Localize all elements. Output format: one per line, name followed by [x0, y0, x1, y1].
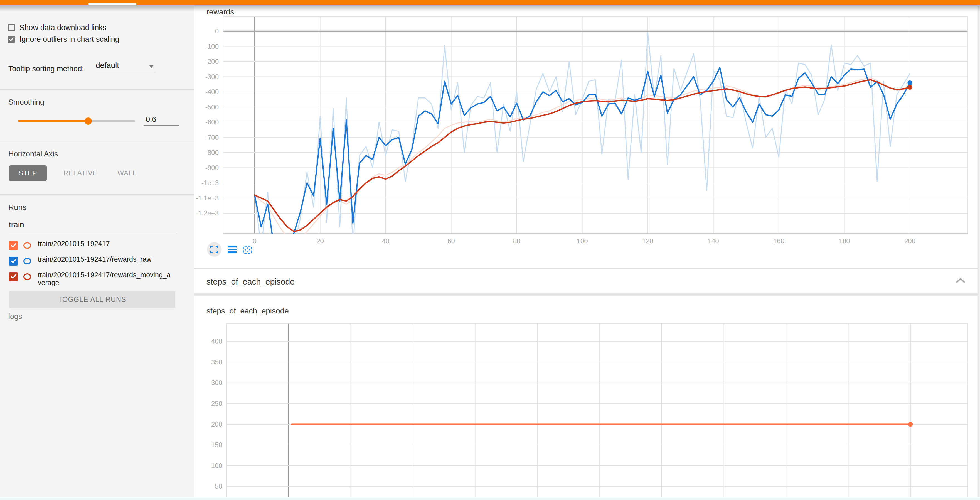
svg-text:-300: -300 — [205, 73, 219, 80]
chart-toolbar — [207, 242, 252, 257]
svg-text:-700: -700 — [205, 134, 219, 141]
checkbox-unchecked-icon[interactable] — [8, 24, 15, 31]
svg-text:80: 80 — [513, 237, 520, 245]
run-color-circle-icon — [23, 273, 31, 280]
window-bottom-edge — [0, 497, 980, 500]
svg-text:120: 120 — [642, 237, 653, 245]
svg-text:40: 40 — [382, 237, 390, 245]
axis-option-step[interactable]: STEP — [9, 166, 47, 181]
steps-chart-plot[interactable]: 40035030025020015010050 — [194, 296, 978, 500]
tooltip-sorting-select[interactable]: default — [96, 61, 155, 72]
svg-text:200: 200 — [211, 420, 222, 428]
logs-label: logs — [8, 312, 22, 321]
axis-option-wall[interactable]: WALL — [118, 169, 136, 177]
toggle-all-runs-button[interactable]: TOGGLE ALL RUNS — [9, 291, 175, 308]
svg-text:180: 180 — [839, 237, 850, 245]
svg-text:-600: -600 — [205, 118, 219, 126]
run-label: train/20201015-192417/rewards_moving_ave… — [38, 272, 172, 287]
horizontal-axis-options: STEP RELATIVE WALL — [9, 166, 137, 181]
svg-text:100: 100 — [577, 237, 588, 245]
axis-option-relative[interactable]: RELATIVE — [64, 169, 97, 177]
smoothing-value-input[interactable]: 0.6 — [143, 114, 179, 126]
svg-text:-400: -400 — [205, 88, 219, 96]
collapse-chevron-icon[interactable] — [956, 278, 965, 283]
svg-text:160: 160 — [773, 237, 784, 245]
horizontal-axis-label: Horizontal Axis — [8, 150, 58, 158]
dropdown-arrow-icon — [149, 65, 154, 68]
svg-text:60: 60 — [447, 237, 455, 245]
rewards-chart-card: rewards 0-100-200-300-400-500-600-700-80… — [194, 5, 978, 268]
expand-chart-button[interactable] — [207, 242, 221, 257]
run-checkbox-icon[interactable] — [9, 256, 18, 265]
divider — [0, 194, 194, 195]
toggle-log-scale-icon — [228, 245, 237, 253]
tooltip-sorting-value: default — [96, 61, 119, 70]
divider — [0, 89, 194, 90]
run-checkbox-icon[interactable] — [9, 272, 18, 281]
rewards-chart-plot[interactable]: 0-100-200-300-400-500-600-700-800-900-1e… — [194, 6, 978, 268]
slider-thumb[interactable] — [85, 117, 92, 124]
svg-text:0: 0 — [253, 237, 256, 245]
run-filter-input[interactable]: train — [9, 220, 177, 232]
run-row[interactable]: train/20201015-192417/rewards_moving_ave… — [9, 272, 172, 287]
steps-chart-card: steps_of_each_episode 400350300250200150… — [194, 296, 978, 500]
svg-text:150: 150 — [211, 441, 222, 449]
svg-text:-200: -200 — [205, 57, 219, 65]
active-tab-indicator — [89, 3, 136, 5]
steps-section-title: steps_of_each_episode — [207, 277, 295, 286]
slider-fill — [18, 120, 88, 122]
checkbox-label: Show data download links — [19, 23, 106, 32]
expand-chart-icon — [210, 245, 218, 253]
svg-text:400: 400 — [211, 338, 222, 345]
svg-text:-500: -500 — [205, 103, 219, 111]
run-label: train/20201015-192417 — [38, 240, 172, 248]
rewards-chart-title: rewards — [207, 7, 234, 16]
svg-text:20: 20 — [317, 237, 324, 245]
svg-text:140: 140 — [708, 237, 719, 245]
svg-text:-1.1e+3: -1.1e+3 — [196, 194, 219, 202]
run-color-circle-icon — [23, 242, 31, 248]
divider — [0, 141, 194, 142]
settings-sidebar: Show data download links Ignore outliers… — [0, 5, 194, 500]
svg-text:300: 300 — [211, 379, 222, 386]
smoothing-label: Smoothing — [8, 98, 44, 106]
svg-text:-800: -800 — [205, 149, 219, 156]
checkbox-checked-icon[interactable] — [8, 36, 15, 43]
svg-text:50: 50 — [215, 482, 222, 490]
svg-text:-900: -900 — [205, 164, 219, 172]
run-row[interactable]: train/20201015-192417/rewards_raw — [9, 256, 172, 265]
smoothing-slider[interactable] — [18, 119, 135, 123]
runs-label: Runs — [8, 203, 26, 212]
tooltip-sorting-label: Tooltip sorting method: — [8, 65, 84, 73]
run-row[interactable]: train/20201015-192417 — [9, 240, 172, 250]
steps-section-header[interactable]: steps_of_each_episode — [194, 269, 978, 294]
svg-text:350: 350 — [211, 358, 222, 366]
svg-text:200: 200 — [904, 237, 915, 245]
run-label: train/20201015-192417/rewards_raw — [38, 256, 172, 264]
run-checkbox-icon[interactable] — [9, 241, 18, 250]
main-content: rewards 0-100-200-300-400-500-600-700-80… — [194, 0, 980, 500]
svg-text:-100: -100 — [205, 43, 219, 50]
fit-domain-button[interactable] — [243, 245, 252, 254]
ignore-outliers-row[interactable]: Ignore outliers in chart scaling — [8, 35, 119, 43]
toggle-log-scale-button[interactable] — [228, 245, 237, 253]
svg-text:250: 250 — [211, 400, 222, 407]
checkbox-label: Ignore outliers in chart scaling — [19, 35, 119, 43]
svg-text:-1.2e+3: -1.2e+3 — [196, 209, 219, 217]
tensorboard-app: Show data download links Ignore outliers… — [0, 0, 980, 500]
run-color-circle-icon — [23, 258, 31, 264]
svg-text:-1e+3: -1e+3 — [202, 179, 219, 186]
svg-text:100: 100 — [211, 462, 222, 470]
top-app-bar — [0, 0, 980, 5]
show-download-links-row[interactable]: Show data download links — [8, 23, 106, 32]
svg-text:0: 0 — [215, 27, 219, 35]
fit-domain-icon — [243, 245, 252, 254]
